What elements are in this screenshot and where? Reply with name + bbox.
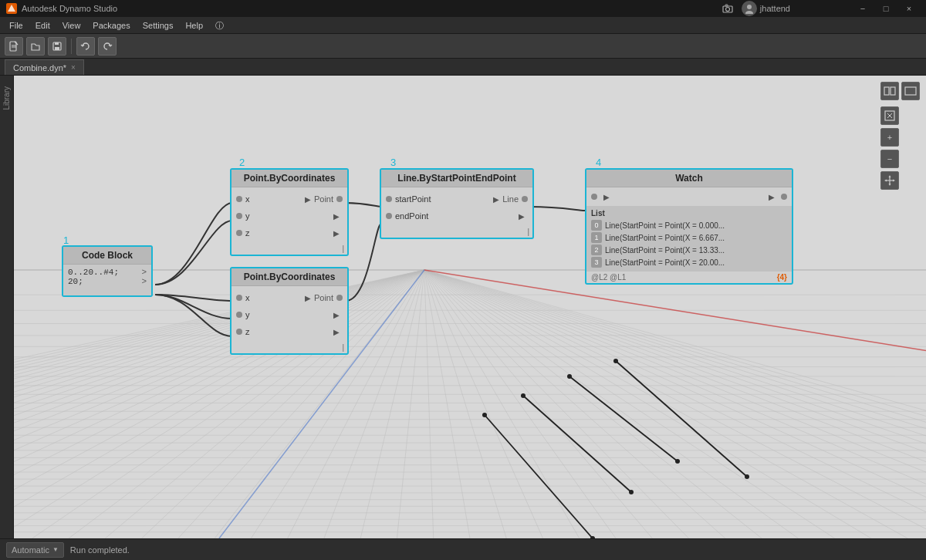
toolbar-separator-1: [71, 39, 72, 54]
watch-idx-1: 1: [591, 232, 602, 243]
undo-button[interactable]: [76, 37, 95, 56]
svg-point-4: [747, 5, 752, 9]
watch-text-0: Line(StartPoint = Point(X = 0.000...: [605, 221, 725, 230]
svg-rect-10: [55, 47, 59, 50]
menu-settings[interactable]: Settings: [137, 17, 180, 34]
point-by-coords-1-node[interactable]: Point.ByCoordinates x ▶ Point y ▶ z: [230, 168, 349, 256]
watch-text-3: Line(StartPoint = Point(X = 20.00...: [605, 258, 725, 267]
close-button[interactable]: ×: [898, 0, 920, 17]
watch-list-item-2: 2 Line(StartPoint = Point(X = 13.33...: [591, 244, 787, 256]
zoom-in-button[interactable]: +: [880, 128, 899, 147]
point2-x-port[interactable]: [236, 295, 242, 301]
point2-y-row: y ▶: [231, 306, 347, 323]
new-button[interactable]: [5, 37, 23, 56]
point1-x-port[interactable]: [236, 196, 242, 202]
canvas[interactable]: 1 Code Block 0..20..#4; > 20; > 2 Point.…: [14, 76, 926, 538]
user-name: jhattend: [760, 4, 790, 13]
user-avatar: [742, 1, 757, 16]
status-text: Run completed.: [70, 545, 130, 555]
left-sidebar: Library: [0, 76, 14, 538]
node-num-4: 4: [596, 157, 601, 168]
toolbar: [0, 34, 926, 59]
menu-file[interactable]: File: [3, 17, 29, 34]
app-title: Autodesk Dynamo Studio: [22, 4, 117, 13]
svg-marker-20: [889, 175, 891, 177]
watch-list-header: List: [591, 209, 787, 218]
watch-node[interactable]: Watch ▶ ▶ List 0 Line(StartPoint = Point…: [585, 168, 793, 285]
watch-in-port[interactable]: [591, 194, 597, 200]
svg-rect-14: [905, 87, 916, 95]
watch-idx-3: 3: [591, 257, 602, 268]
svg-point-5: [745, 11, 753, 14]
run-mode-dropdown[interactable]: Automatic ▼: [6, 542, 64, 558]
node-num-2: 2: [239, 157, 245, 168]
svg-rect-13: [891, 87, 895, 95]
line-by-start-end-body: startPoint ▶ Line endPoint ▶: [381, 187, 532, 228]
tabbar: Combine.dyn* ×: [0, 59, 926, 76]
save-button[interactable]: [48, 37, 66, 56]
line-out-port[interactable]: [522, 196, 528, 202]
code-block-node[interactable]: Code Block 0..20..#4; > 20; >: [62, 245, 153, 297]
view-2d-button[interactable]: [901, 82, 920, 100]
minimize-button[interactable]: −: [852, 0, 874, 17]
line-endpoint-port[interactable]: [386, 213, 392, 219]
code-block-header: Code Block: [63, 247, 151, 265]
watch-idx-2: 2: [591, 245, 602, 255]
point1-out-port[interactable]: [336, 196, 343, 202]
run-dropdown-caret: ▼: [52, 546, 59, 553]
watch-footer: @L2 @L1 {4}: [586, 272, 792, 283]
watch-out-port[interactable]: [781, 194, 787, 200]
statusbar: Automatic ▼ Run completed.: [0, 538, 926, 560]
app-icon: [6, 3, 17, 14]
zoom-fit-button[interactable]: [880, 106, 899, 125]
point-by-coords-2-node[interactable]: Point.ByCoordinates x ▶ Point y ▶ z: [230, 267, 349, 355]
code-text-1: 0..20..#4;: [68, 268, 119, 277]
point-by-coords-2-header: Point.ByCoordinates: [231, 268, 347, 286]
point2-y-port[interactable]: [236, 312, 242, 318]
line-startpoint-port[interactable]: [386, 196, 392, 202]
menu-edit[interactable]: Edit: [29, 17, 56, 34]
point2-out-port[interactable]: [336, 295, 343, 301]
tab-combine[interactable]: Combine.dyn* ×: [5, 59, 84, 75]
watch-list: List 0 Line(StartPoint = Point(X = 0.000…: [586, 206, 792, 272]
view-3d-button[interactable]: [880, 82, 899, 100]
redo-button[interactable]: [98, 37, 117, 56]
point1-x-row: x ▶ Point: [231, 191, 347, 207]
open-button[interactable]: [26, 37, 45, 56]
window-controls: − □ ×: [852, 0, 920, 17]
point2-z-port[interactable]: [236, 329, 242, 335]
line-footer: |: [381, 228, 532, 238]
menu-view[interactable]: View: [56, 17, 87, 34]
point1-footer: |: [231, 245, 347, 255]
code-out-2: >: [141, 277, 147, 286]
watch-footer-left: @L2 @L1: [591, 273, 626, 282]
point2-footer: |: [231, 343, 347, 353]
node-num-3: 3: [390, 157, 396, 168]
zoom-out-button[interactable]: −: [880, 150, 899, 168]
point1-y-port[interactable]: [236, 213, 242, 219]
line-startpoint-row: startPoint ▶ Line: [381, 191, 532, 207]
code-text-2: 20;: [68, 277, 83, 286]
svg-marker-0: [8, 5, 15, 12]
code-out-1: >: [141, 268, 147, 277]
line-by-start-end-node[interactable]: Line.ByStartPointEndPoint startPoint ▶ L…: [380, 168, 534, 239]
maximize-button[interactable]: □: [875, 0, 897, 17]
menu-help[interactable]: Help: [179, 17, 209, 34]
point-by-coords-1-header: Point.ByCoordinates: [231, 170, 347, 187]
user-info[interactable]: jhattend: [742, 1, 790, 16]
main-area: Library 1 Code Block: [0, 76, 926, 538]
code-block-body: 0..20..#4; > 20; >: [63, 265, 151, 295]
camera-icon[interactable]: [720, 1, 735, 16]
point2-x-row: x ▶ Point: [231, 289, 347, 306]
point2-z-row: z ▶: [231, 323, 347, 340]
code-line-1: 0..20..#4; >: [68, 268, 147, 277]
menu-info[interactable]: ⓘ: [209, 17, 230, 34]
svg-marker-21: [889, 184, 891, 186]
menu-packages[interactable]: Packages: [86, 17, 136, 34]
pan-button[interactable]: [880, 171, 899, 190]
sidebar-library[interactable]: Library: [1, 82, 12, 115]
node-num-1: 1: [63, 234, 69, 246]
point1-z-port[interactable]: [236, 230, 242, 236]
svg-rect-11: [55, 42, 59, 45]
tab-close[interactable]: ×: [71, 63, 76, 72]
